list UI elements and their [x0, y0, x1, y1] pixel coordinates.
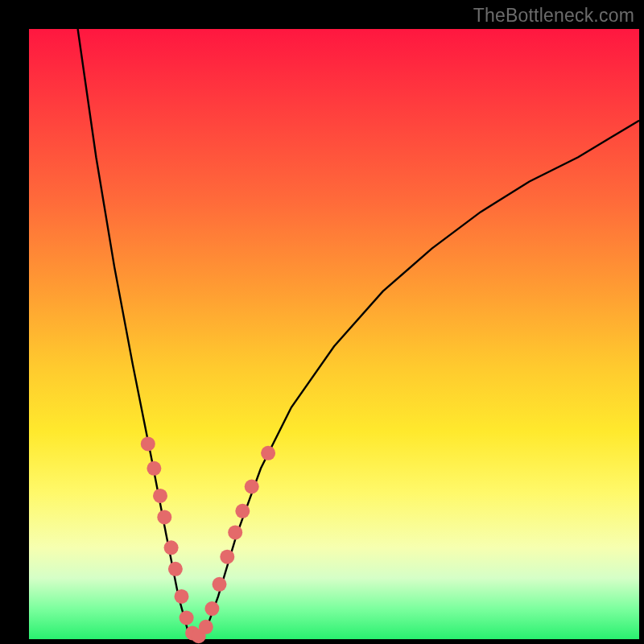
highlight-dot — [245, 480, 259, 494]
highlight-dot — [168, 562, 183, 576]
highlight-dot — [199, 620, 213, 634]
highlight-dot — [153, 489, 167, 503]
highlight-dot — [228, 525, 242, 539]
highlight-dot — [175, 589, 189, 604]
highlight-dot — [220, 550, 234, 564]
highlight-dot — [141, 436, 155, 451]
chart-svg — [29, 29, 639, 639]
highlight-dot — [157, 510, 171, 524]
curve-path-group — [78, 29, 639, 639]
chart-frame: TheBottleneck.com — [0, 0, 644, 644]
highlight-dot — [235, 504, 250, 518]
watermark-text: TheBottleneck.com — [473, 5, 634, 27]
highlight-dot — [213, 577, 227, 592]
highlight-dot — [180, 611, 194, 625]
highlight-dot — [261, 446, 275, 460]
highlight-dot — [204, 601, 219, 616]
highlight-dot — [147, 461, 161, 476]
highlight-dot — [164, 540, 179, 555]
plot-area — [29, 29, 639, 639]
bottleneck-curve — [78, 29, 639, 639]
highlight-dots — [141, 436, 275, 643]
